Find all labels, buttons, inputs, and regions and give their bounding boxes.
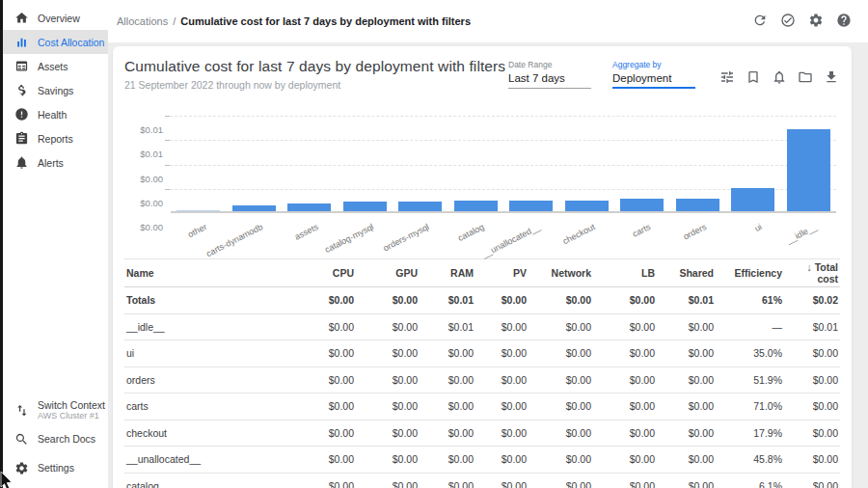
x-axis-label-catalog-mysql: catalog-mysql <box>323 222 375 255</box>
bar-slot <box>448 116 504 211</box>
table-row-unallocated[interactable]: __unallocated__$0.00$0.00$0.00$0.00$0.00… <box>124 447 840 474</box>
sidebar-item-label: Reports <box>38 133 73 145</box>
report-alerts-button[interactable] <box>771 69 788 87</box>
help-button[interactable] <box>835 13 853 30</box>
y-axis-label: $0.00 <box>140 197 163 207</box>
bar-catalog-mysql[interactable] <box>343 202 387 211</box>
open-reports-button[interactable] <box>797 69 814 87</box>
date-range-select[interactable]: Date Range Last 7 days <box>508 60 591 89</box>
table-row-carts[interactable]: carts$0.00$0.00$0.00$0.00$0.00$0.00$0.00… <box>124 393 840 420</box>
column-header-gpu[interactable]: GPU <box>356 267 420 279</box>
row-value-cell: 61% <box>716 294 784 306</box>
x-axis-label-carts: carts <box>631 222 652 239</box>
bar-chart-icon <box>14 35 29 49</box>
y-axis-tick <box>165 189 170 190</box>
bar-assets[interactable] <box>287 203 331 211</box>
row-name-cell: Totals <box>124 294 288 306</box>
chart-plot-area <box>171 116 836 213</box>
date-range-value[interactable]: Last 7 days <box>508 72 591 89</box>
row-value-cell: $0.00 <box>356 347 420 359</box>
assets-icon <box>14 59 29 73</box>
column-header-name[interactable]: Name <box>124 267 288 279</box>
folder-icon <box>798 69 813 88</box>
row-value-cell: $0.00 <box>593 400 657 412</box>
breadcrumb-allocations[interactable]: Allocations <box>117 15 168 27</box>
row-value-cell: $0.00 <box>784 427 840 439</box>
bar-slot <box>781 116 837 211</box>
column-header-lb[interactable]: LB <box>593 267 657 279</box>
row-value-cell: $0.00 <box>288 400 356 412</box>
row-value-cell: $0.00 <box>356 374 420 386</box>
row-value-cell: $0.00 <box>475 400 529 412</box>
row-value-cell: $0.02 <box>784 294 840 306</box>
table-row-checkout[interactable]: checkout$0.00$0.00$0.00$0.00$0.00$0.00$0… <box>124 420 840 447</box>
row-value-cell: $0.00 <box>475 427 529 439</box>
bar-other[interactable] <box>176 210 220 211</box>
bar-unallocated[interactable] <box>509 201 553 211</box>
save-report-button[interactable] <box>745 69 762 87</box>
row-value-cell: $0.01 <box>420 294 475 306</box>
table-row-catalog[interactable]: catalog$0.00$0.00$0.00$0.00$0.00$0.00$0.… <box>124 474 840 488</box>
sidebar-item-search-docs[interactable]: Search Docs <box>3 424 108 453</box>
sidebar-item-reports[interactable]: Reports <box>3 126 108 150</box>
report-icon-buttons <box>719 69 840 89</box>
aggregate-by-value[interactable]: Deployment <box>612 72 695 89</box>
refresh-button[interactable] <box>751 13 769 30</box>
table-row-totals[interactable]: Totals$0.00$0.00$0.01$0.00$0.00$0.00$0.0… <box>124 287 840 314</box>
sidebar-item-switch-context[interactable]: Switch ContextAWS Cluster #1 <box>3 395 108 424</box>
sidebar-item-assets[interactable]: Assets <box>3 54 108 78</box>
sidebar-item-text: Search Docs <box>38 433 95 445</box>
column-header-total-cost[interactable]: ↓Total cost <box>784 261 840 285</box>
edit-filters-button[interactable] <box>719 69 736 87</box>
sidebar-item-settings[interactable]: Settings <box>3 453 108 482</box>
page-title: Cumulative cost for last 7 days by deplo… <box>124 58 505 75</box>
y-axis-label: $0.01 <box>140 149 163 159</box>
row-value-cell: $0.00 <box>784 400 840 412</box>
column-header-pv[interactable]: PV <box>475 267 529 279</box>
date-range-label: Date Range <box>508 60 591 69</box>
row-value-cell: 45.8% <box>716 453 784 465</box>
sidebar-item-health[interactable]: Health <box>3 102 108 126</box>
y-axis-tick <box>165 116 170 117</box>
row-value-cell: $0.00 <box>475 453 529 465</box>
health-icon <box>14 107 29 122</box>
row-value-cell: $0.00 <box>784 480 840 488</box>
aggregate-by-select[interactable]: Aggregate by Deployment <box>612 60 695 89</box>
sidebar-item-cost-allocation[interactable]: Cost Allocation <box>3 30 108 54</box>
row-value-cell: $0.00 <box>288 347 356 359</box>
column-header-network[interactable]: Network <box>529 267 593 279</box>
mouse-cursor <box>0 472 15 488</box>
download-report-button[interactable] <box>823 69 840 87</box>
row-value-cell: 51.9% <box>716 374 784 386</box>
bar-idle[interactable] <box>787 129 830 211</box>
sidebar-item-alerts[interactable]: Alerts <box>3 150 108 175</box>
bar-orders-mysql[interactable] <box>398 202 442 211</box>
x-axis-label-catalog: catalog <box>456 222 485 243</box>
row-value-cell: $0.00 <box>593 347 657 359</box>
x-axis-label-assets: assets <box>293 222 320 242</box>
table-row-orders[interactable]: orders$0.00$0.00$0.00$0.00$0.00$0.00$0.0… <box>124 367 840 394</box>
column-header-shared[interactable]: Shared <box>657 267 716 279</box>
bar-checkout[interactable] <box>565 201 609 211</box>
column-header-ram[interactable]: RAM <box>420 267 475 279</box>
table-row-idle[interactable]: __idle__$0.00$0.00$0.01$0.00$0.00$0.00$0… <box>124 314 840 341</box>
bar-slot <box>393 116 448 211</box>
bar-ui[interactable] <box>731 188 774 211</box>
sidebar-item-savings[interactable]: Savings <box>3 78 108 102</box>
status-check-button[interactable] <box>779 13 797 30</box>
sidebar-item-label: Settings <box>38 462 74 474</box>
row-value-cell: $0.01 <box>784 321 840 333</box>
table-row-ui[interactable]: ui$0.00$0.00$0.00$0.00$0.00$0.00$0.0035.… <box>124 340 840 367</box>
sidebar-item-label: Overview <box>38 13 80 24</box>
bar-catalog[interactable] <box>454 201 498 211</box>
row-value-cell: $0.00 <box>356 400 420 412</box>
column-header-efficiency[interactable]: Efficiency <box>716 267 784 279</box>
report-controls: Date Range Last 7 days Aggregate by Depl… <box>508 58 840 89</box>
bar-orders[interactable] <box>676 199 719 211</box>
bar-carts[interactable] <box>620 199 664 211</box>
sidebar-item-overview[interactable]: Overview <box>3 6 108 30</box>
app-settings-button[interactable] <box>807 13 825 30</box>
column-header-cpu[interactable]: CPU <box>288 267 356 279</box>
bar-carts-dynamodb[interactable] <box>232 205 276 211</box>
sidebar-item-label: Health <box>38 109 67 121</box>
